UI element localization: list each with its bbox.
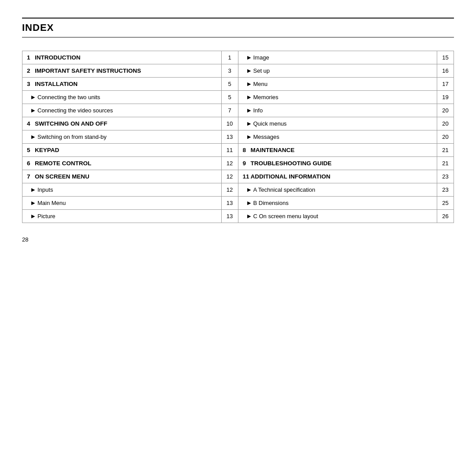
table-row: 3 INSTALLATION5	[22, 78, 238, 91]
entry-page-number: 26	[437, 210, 454, 223]
entry-label: Connecting the video sources	[37, 107, 113, 114]
table-row: 9 TROUBLESHOOTING GUIDE21	[238, 157, 454, 170]
sub-entry-arrow-icon: ▶	[31, 213, 35, 219]
table-row: ▶C On screen menu layout26	[238, 210, 454, 223]
sub-entry-arrow-icon: ▶	[247, 81, 251, 87]
entry-label: SWITCHING ON AND OFF	[35, 120, 108, 127]
sub-entry-arrow-icon: ▶	[31, 200, 35, 206]
sub-entry-arrow-icon: ▶	[31, 134, 35, 140]
entry-label: ADDITIONAL INFORMATION	[251, 173, 331, 180]
entry-label: Main Menu	[37, 200, 66, 206]
entry-label: MAINTENANCE	[251, 147, 295, 153]
entry-page-number: 10	[221, 117, 238, 130]
entry-label: KEYPAD	[35, 147, 59, 153]
entry-label: Menu	[253, 81, 268, 87]
table-row: ▶Memories19	[238, 91, 454, 104]
entry-page-number: 12	[221, 170, 238, 183]
sub-entry-arrow-icon: ▶	[247, 108, 251, 113]
table-row: 7 ON SCREEN MENU12	[22, 170, 238, 183]
entry-label: A Technical specification	[253, 186, 316, 193]
entry-page-number: 12	[221, 183, 238, 196]
entry-label: Image	[253, 54, 269, 61]
entry-page-number: 20	[437, 117, 454, 130]
entry-label: Memories	[253, 94, 279, 100]
sub-entry-arrow-icon: ▶	[247, 55, 251, 60]
entry-page-number: 23	[437, 170, 454, 183]
table-row: ▶Connecting the two units5	[22, 91, 238, 104]
index-title: INDEX	[22, 18, 454, 37]
sub-entry-arrow-icon: ▶	[31, 187, 35, 193]
table-row: 4 SWITCHING ON AND OFF10	[22, 117, 238, 130]
table-row: 5 KEYPAD11	[22, 144, 238, 157]
table-row: ▶Inputs12	[22, 183, 238, 197]
entry-page-number: 5	[221, 78, 238, 90]
entry-number: 2	[27, 67, 35, 74]
entry-page-number: 3	[221, 64, 238, 77]
entry-page-number: 16	[437, 64, 454, 77]
entry-label: Connecting the two units	[37, 94, 100, 100]
table-row: ▶Messages20	[238, 130, 454, 144]
entry-page-number: 15	[437, 51, 454, 64]
entry-number: 11	[243, 173, 251, 180]
entry-label: Quick menus	[253, 120, 287, 127]
table-row: 2 IMPORTANT SAFETY INSTRUCTIONS3	[22, 64, 238, 78]
toc-left-column: 1 INTRODUCTION12 IMPORTANT SAFETY INSTRU…	[22, 51, 238, 223]
entry-page-number: 13	[221, 210, 238, 223]
entry-label: IMPORTANT SAFETY INSTRUCTIONS	[35, 67, 141, 74]
entry-page-number: 7	[221, 104, 238, 117]
entry-page-number: 25	[437, 197, 454, 209]
entry-label: Set up	[253, 67, 270, 74]
sub-entry-arrow-icon: ▶	[247, 134, 251, 140]
table-row: ▶Set up16	[238, 64, 454, 78]
entry-label: Messages	[253, 134, 279, 140]
entry-label: B Dimensions	[253, 200, 289, 206]
entry-label: REMOTE CONTROL	[35, 160, 91, 167]
table-row: ▶B Dimensions25	[238, 197, 454, 210]
table-row: ▶A Technical specification23	[238, 183, 454, 197]
entry-label: Info	[253, 107, 263, 114]
entry-page-number: 5	[221, 91, 238, 104]
entry-number: 8	[243, 147, 251, 153]
table-row: 8 MAINTENANCE21	[238, 144, 454, 157]
entry-number: 3	[27, 81, 35, 87]
entry-page-number: 17	[437, 78, 454, 90]
table-row: ▶Picture13	[22, 210, 238, 223]
entry-label: INSTALLATION	[35, 81, 78, 87]
sub-entry-arrow-icon: ▶	[247, 200, 251, 206]
entry-page-number: 20	[437, 130, 454, 143]
table-row: 11 ADDITIONAL INFORMATION23	[238, 170, 454, 183]
sub-entry-arrow-icon: ▶	[31, 94, 35, 100]
sub-entry-arrow-icon: ▶	[31, 108, 35, 113]
table-row: 6 REMOTE CONTROL12	[22, 157, 238, 170]
entry-number: 4	[27, 120, 35, 127]
table-row: 1 INTRODUCTION1	[22, 51, 238, 64]
table-row: ▶Main Menu13	[22, 197, 238, 210]
sub-entry-arrow-icon: ▶	[247, 94, 251, 100]
page-footer: 28	[22, 236, 454, 243]
entry-label: Picture	[37, 213, 55, 219]
toc-right-column: ▶Image15▶Set up16▶Menu17▶Memories19▶Info…	[238, 51, 454, 223]
entry-page-number: 23	[437, 183, 454, 196]
table-row: ▶Quick menus20	[238, 117, 454, 130]
entry-page-number: 13	[221, 197, 238, 209]
table-row: ▶Menu17	[238, 78, 454, 91]
entry-number: 7	[27, 173, 35, 180]
table-row: ▶Switching on from stand-by13	[22, 130, 238, 144]
entry-page-number: 21	[437, 144, 454, 156]
entry-page-number: 19	[437, 91, 454, 104]
table-row: ▶Info20	[238, 104, 454, 117]
sub-entry-arrow-icon: ▶	[247, 68, 251, 74]
sub-entry-arrow-icon: ▶	[247, 121, 251, 126]
entry-number: 9	[243, 160, 251, 167]
entry-label: INTRODUCTION	[35, 54, 81, 61]
entry-label: TROUBLESHOOTING GUIDE	[251, 160, 332, 167]
entry-number: 6	[27, 160, 35, 167]
entry-label: C On screen menu layout	[253, 213, 318, 219]
entry-label: Switching on from stand-by	[37, 134, 107, 140]
entry-label: ON SCREEN MENU	[35, 173, 89, 180]
sub-entry-arrow-icon: ▶	[247, 213, 251, 219]
entry-label: Inputs	[37, 186, 53, 193]
entry-number: 1	[27, 54, 35, 61]
table-row: ▶Image15	[238, 51, 454, 64]
table-row: ▶Connecting the video sources7	[22, 104, 238, 117]
